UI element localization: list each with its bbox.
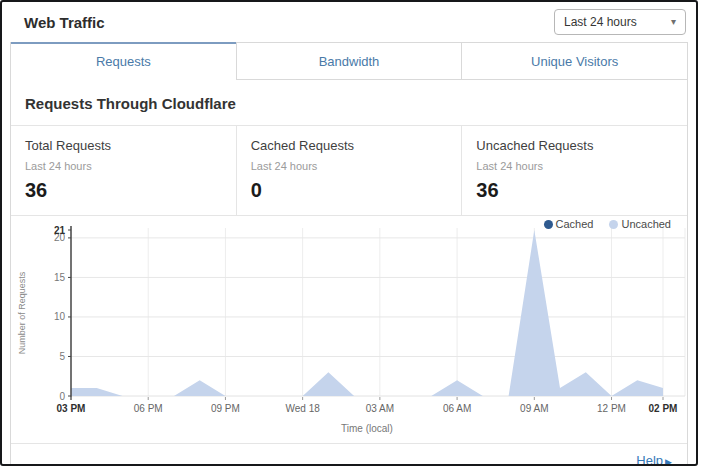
svg-text:Time (local): Time (local) [341,423,393,434]
svg-text:09 PM: 09 PM [211,403,240,414]
svg-text:21: 21 [54,225,66,236]
svg-text:10: 10 [54,311,66,322]
time-range-dropdown[interactable]: Last 24 hours ▾ [554,9,686,35]
time-range-value: Last 24 hours [564,15,637,29]
stat-value: 36 [25,179,222,202]
stat-label: Uncached Requests [476,138,673,153]
caret-down-icon: ▾ [671,17,676,27]
stat-period: Last 24 hours [25,160,222,172]
svg-text:03 AM: 03 AM [366,403,394,414]
stat-period: Last 24 hours [251,160,448,172]
help-label: Help [636,453,663,466]
svg-text:06 AM: 06 AM [443,403,471,414]
stat-label: Cached Requests [251,138,448,153]
caret-right-icon: ▶ [665,457,672,466]
stat-uncached-requests: Uncached Requests Last 24 hours 36 [461,126,687,215]
traffic-card: Requests Bandwidth Unique Visitors Reque… [10,42,688,466]
svg-text:15: 15 [54,272,66,283]
stat-period: Last 24 hours [476,160,673,172]
uncached-dot-icon [609,220,618,229]
legend-item-uncached[interactable]: Uncached [609,218,671,230]
help-link[interactable]: Help▶ [636,453,672,466]
svg-text:03 PM: 03 PM [57,403,86,414]
stat-label: Total Requests [25,138,222,153]
svg-text:Wed 18: Wed 18 [286,403,321,414]
svg-text:02 PM: 02 PM [649,403,678,414]
tab-bar: Requests Bandwidth Unique Visitors [11,42,687,80]
card-footer: Help▶ [11,443,687,466]
stat-value: 36 [476,179,673,202]
stat-total-requests: Total Requests Last 24 hours 36 [11,126,236,215]
stat-value: 0 [251,179,448,202]
svg-text:0: 0 [59,391,65,402]
stat-cached-requests: Cached Requests Last 24 hours 0 [236,126,462,215]
svg-text:12 PM: 12 PM [597,403,626,414]
traffic-chart-svg: 051015202103 PM06 PM09 PMWed 1803 AM06 A… [11,220,697,439]
chart-legend: CachedUncached [544,218,671,230]
cached-dot-icon [544,220,553,229]
legend-label: Uncached [621,218,671,230]
legend-item-cached[interactable]: Cached [544,218,594,230]
legend-label: Cached [556,218,594,230]
svg-text:5: 5 [59,351,65,362]
web-traffic-panel: Web Traffic Last 24 hours ▾ Requests Ban… [0,0,698,466]
svg-text:06 PM: 06 PM [134,403,163,414]
section-title: Requests Through Cloudflare [11,80,687,126]
tab-bandwidth[interactable]: Bandwidth [236,42,462,80]
page-title: Web Traffic [24,14,105,31]
svg-text:09 AM: 09 AM [520,403,548,414]
panel-header: Web Traffic Last 24 hours ▾ [2,2,696,42]
requests-chart: CachedUncached 051015202103 PM06 PM09 PM… [11,216,687,443]
tab-unique-visitors[interactable]: Unique Visitors [461,42,687,80]
svg-text:Number of Requests: Number of Requests [17,271,27,354]
stats-row: Total Requests Last 24 hours 36 Cached R… [11,126,687,216]
tab-requests[interactable]: Requests [11,42,236,80]
